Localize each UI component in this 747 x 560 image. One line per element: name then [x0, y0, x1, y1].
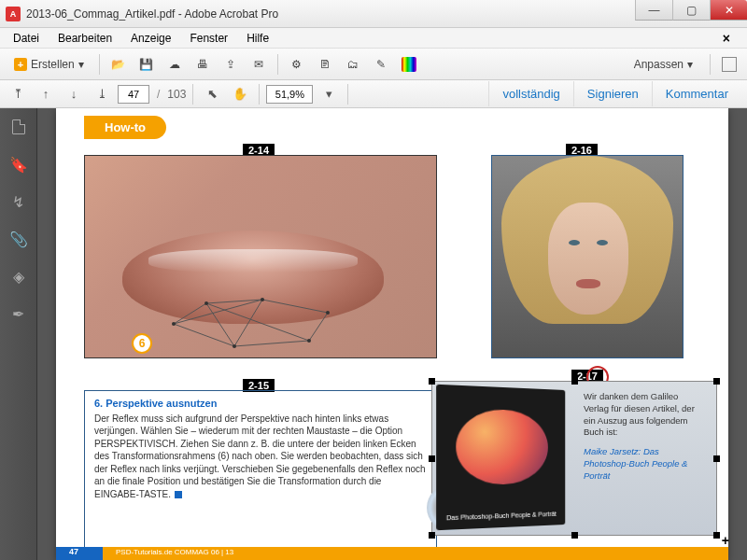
layers-icon: ◈ — [13, 268, 24, 286]
gradient-icon — [402, 57, 416, 72]
save-icon: 💾 — [139, 58, 153, 71]
page-icon — [12, 119, 25, 134]
paperclip-icon: 📎 — [9, 231, 28, 248]
page-number-input[interactable] — [118, 85, 149, 104]
share-icon: ⇪ — [226, 58, 235, 71]
zoom-input[interactable] — [266, 85, 313, 104]
expand-icon — [722, 57, 737, 72]
page-footer: 47 PSD-Tutorials.de COMMAG 06 | 13 — [56, 547, 728, 560]
workspace: 🔖 ↯ 📎 ◈ ✒ How-to 2-14 6 2-16 2-15 6. — [0, 108, 747, 560]
select-tool-button[interactable]: ⬉ — [200, 83, 224, 105]
pdf-icon: A — [6, 7, 21, 21]
print-button[interactable]: 🖶 — [190, 52, 215, 77]
tool-2-button[interactable]: 🖹 — [313, 52, 337, 77]
tool-5-button[interactable] — [397, 52, 421, 77]
nav-toolbar: ⤒ ↑ ↓ ⤓ / 103 ⬉ ✋ ▾ vollständig Signiere… — [0, 80, 747, 108]
thumbnails-panel-button[interactable] — [7, 116, 30, 138]
tool-1-button[interactable]: ⚙ — [285, 52, 309, 77]
menu-file[interactable]: Datei — [4, 30, 49, 47]
window-title: 2013-06_Commag_Artikel.pdf - Adobe Acrob… — [26, 7, 278, 21]
howto-badge: How-to — [84, 116, 166, 139]
end-square-icon — [175, 491, 182, 498]
marker-6-circle: 6 — [132, 333, 152, 354]
selection-handles[interactable]: + — [429, 378, 720, 539]
maximize-button[interactable]: ▢ — [672, 0, 710, 21]
minimize-button[interactable]: — — [635, 0, 672, 21]
customize-button[interactable]: Anpassen ▾ — [624, 52, 703, 77]
share-button[interactable]: ⇪ — [218, 52, 243, 77]
svg-point-4 — [307, 339, 311, 343]
menu-help[interactable]: Hilfe — [237, 30, 278, 47]
transform-polygon — [169, 296, 337, 352]
menu-edit[interactable]: Bearbeiten — [49, 30, 121, 47]
save-button[interactable]: 💾 — [134, 52, 159, 77]
gear-icon: ⚙ — [291, 58, 302, 71]
folder-icon: 📂 — [111, 58, 125, 71]
svg-point-3 — [326, 311, 330, 315]
plus-icon: + — [14, 58, 27, 71]
sign-link[interactable]: Signieren — [573, 81, 652, 106]
text-box-body: Der Reflex muss sich aufgrund der Perspe… — [94, 413, 426, 499]
close-button[interactable]: ✕ — [710, 0, 747, 21]
hand-tool-button[interactable]: ✋ — [228, 83, 252, 105]
layers-panel-button[interactable]: ◈ — [7, 265, 30, 287]
print-icon: 🖶 — [197, 58, 208, 71]
pen-icon: ✒ — [12, 305, 24, 323]
figure-2-14: 6 — [84, 155, 437, 358]
chevron-down-icon: ▾ — [687, 58, 693, 71]
bookmarks-panel-button[interactable]: 🔖 — [7, 153, 30, 175]
last-page-button[interactable]: ⤓ — [90, 83, 114, 105]
document-area[interactable]: How-to 2-14 6 2-16 2-15 6. Perspektive a… — [37, 108, 747, 560]
svg-point-0 — [172, 322, 176, 326]
text-box-title: 6. Perspektive ausnutzen — [94, 397, 427, 411]
bookmark-ribbon-icon: 🔖 — [9, 156, 28, 174]
document-icon: 🖹 — [319, 58, 331, 71]
svg-point-5 — [233, 344, 236, 348]
footer-text: PSD-Tutorials.de COMMAG 06 | 13 — [116, 548, 233, 556]
cloud-icon: ☁ — [169, 58, 180, 71]
fullscreen-button[interactable] — [717, 52, 741, 77]
edit-icon: ✎ — [376, 58, 386, 71]
page-separator: / — [153, 88, 163, 101]
main-toolbar: + Erstellen ▾ 📂 💾 ☁ 🖶 ⇪ ✉ ⚙ 🖹 🗂 ✎ Anpass… — [0, 49, 747, 80]
open-button[interactable]: 📂 — [106, 52, 131, 77]
flow-icon: ↯ — [12, 193, 24, 211]
prev-page-button[interactable]: ↑ — [34, 83, 58, 105]
window-titlebar: A 2013-06_Commag_Artikel.pdf - Adobe Acr… — [0, 0, 747, 28]
tool-3-button[interactable]: 🗂 — [341, 52, 365, 77]
svg-point-2 — [261, 298, 264, 301]
next-page-button[interactable]: ↓ — [62, 83, 86, 105]
attachments-panel-button[interactable]: 📎 — [7, 228, 30, 250]
menu-view[interactable]: Anzeige — [121, 30, 180, 47]
flow-panel-button[interactable]: ↯ — [7, 190, 30, 213]
menu-window[interactable]: Fenster — [180, 30, 237, 47]
document-close-button[interactable]: × — [713, 29, 740, 48]
page-total: 103 — [167, 88, 186, 101]
bookmark-icon: 🗂 — [347, 58, 359, 71]
text-box-2-15: 6. Perspektive ausnutzen Der Reflex muss… — [84, 390, 437, 549]
chevron-down-icon: ▾ — [78, 58, 84, 71]
create-label: Erstellen — [31, 58, 75, 71]
pdf-page: How-to 2-14 6 2-16 2-15 6. Perspektive a… — [56, 108, 728, 560]
signatures-panel-button[interactable]: ✒ — [7, 302, 30, 325]
selected-object-2-17[interactable]: Das Photoshop-Buch People & Porträt Wir … — [431, 381, 717, 536]
first-page-button[interactable]: ⤒ — [6, 83, 30, 105]
cloud-button[interactable]: ☁ — [162, 52, 187, 77]
menu-bar: Datei Bearbeiten Anzeige Fenster Hilfe × — [0, 28, 747, 49]
plus-handle-icon: + — [722, 533, 729, 548]
tool-4-button[interactable]: ✎ — [369, 52, 393, 77]
customize-label: Anpassen — [634, 58, 684, 71]
figure-2-16 — [491, 155, 684, 358]
comment-link[interactable]: Kommentar — [652, 81, 741, 106]
svg-point-1 — [204, 301, 208, 305]
side-panel: 🔖 ↯ 📎 ◈ ✒ — [0, 108, 37, 560]
create-button[interactable]: + Erstellen ▾ — [6, 52, 92, 77]
mail-icon: ✉ — [254, 58, 263, 71]
fullscreen-link[interactable]: vollständig — [488, 81, 572, 106]
email-button[interactable]: ✉ — [247, 52, 271, 77]
zoom-dropdown-button[interactable]: ▾ — [317, 83, 341, 105]
footer-page-number: 47 — [69, 547, 78, 556]
